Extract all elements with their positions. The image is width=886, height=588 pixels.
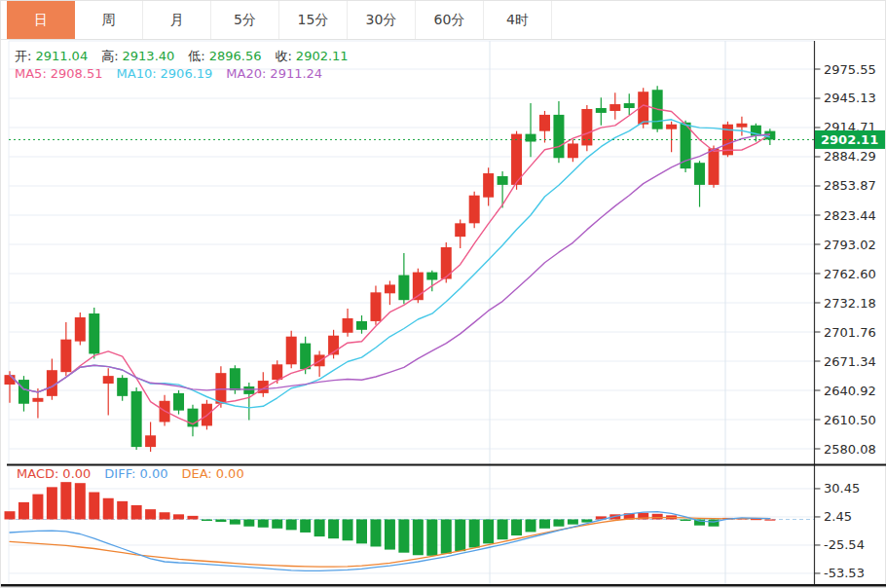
svg-text:30.45: 30.45 bbox=[824, 481, 860, 496]
svg-text:2853.87: 2853.87 bbox=[824, 178, 876, 193]
svg-text:2823.44: 2823.44 bbox=[824, 208, 876, 223]
tab-15min[interactable]: 15分 bbox=[279, 1, 348, 39]
svg-text:2701.76: 2701.76 bbox=[824, 325, 876, 340]
svg-text:2640.92: 2640.92 bbox=[824, 384, 876, 398]
tab-week[interactable]: 周 bbox=[75, 1, 143, 39]
timeframe-tabbar: 日周月5分15分30分60分4时 bbox=[1, 1, 885, 40]
macd-histogram bbox=[5, 482, 776, 556]
tab-day[interactable]: 日 bbox=[7, 1, 75, 39]
svg-text:2945.13: 2945.13 bbox=[824, 91, 876, 105]
price-axis: 2975.552945.132914.712884.292853.872823.… bbox=[815, 41, 876, 584]
svg-text:2975.55: 2975.55 bbox=[824, 62, 876, 77]
svg-text:2580.08: 2580.08 bbox=[824, 442, 876, 457]
ma20-line bbox=[10, 134, 770, 392]
svg-text:2793.02: 2793.02 bbox=[824, 238, 876, 252]
svg-text:2884.29: 2884.29 bbox=[824, 149, 876, 164]
tab-4hour[interactable]: 4时 bbox=[484, 1, 552, 39]
svg-text:-25.54: -25.54 bbox=[824, 537, 865, 552]
svg-text:2.45: 2.45 bbox=[824, 509, 852, 524]
svg-text:2610.50: 2610.50 bbox=[824, 413, 876, 427]
tab-5min[interactable]: 5分 bbox=[211, 1, 279, 39]
svg-text:2902.11: 2902.11 bbox=[821, 132, 878, 147]
current-price-tag: 2902.11 bbox=[815, 130, 885, 149]
grid-layer bbox=[9, 41, 814, 584]
trading-chart-window: 日周月5分15分30分60分4时 2975.552945.132914.7128… bbox=[0, 0, 886, 588]
svg-text:2732.18: 2732.18 bbox=[824, 296, 876, 311]
svg-text:2671.34: 2671.34 bbox=[824, 354, 876, 369]
svg-text:2762.60: 2762.60 bbox=[824, 267, 876, 281]
tab-60min[interactable]: 60分 bbox=[416, 1, 484, 39]
ma10-line bbox=[10, 120, 770, 408]
chart-area: 2975.552945.132914.712884.292853.872823.… bbox=[1, 40, 886, 588]
tab-30min[interactable]: 30分 bbox=[348, 1, 416, 39]
candlestick-layer bbox=[5, 86, 776, 452]
kline-chart-canvas[interactable]: 2975.552945.132914.712884.292853.872823.… bbox=[1, 40, 886, 588]
tab-month[interactable]: 月 bbox=[143, 1, 211, 39]
ma5-line bbox=[10, 105, 770, 424]
svg-text:-53.53: -53.53 bbox=[824, 566, 865, 580]
